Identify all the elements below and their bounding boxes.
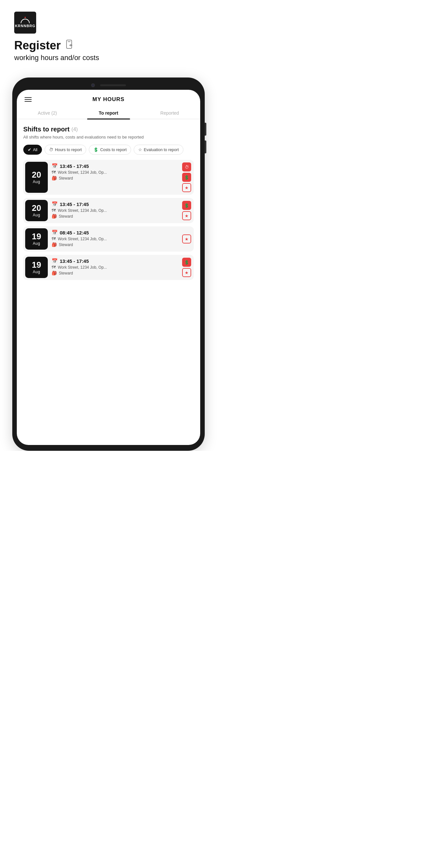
logo-arc (21, 19, 30, 23)
shift-month: Aug (33, 241, 40, 246)
calendar-icon: 📅 (52, 258, 58, 264)
hamburger-menu[interactable] (25, 97, 32, 102)
shift-time: 📅 08:45 - 12:45 (52, 229, 178, 236)
shift-date: 20 Aug (25, 200, 48, 221)
tab-reported[interactable]: Reported (139, 108, 200, 119)
hamburger-line-2 (25, 99, 32, 100)
shift-role-row: 🎒 Steward (52, 214, 178, 219)
star-outline-icon: ☆ (138, 147, 142, 152)
star-badge: ★ (182, 235, 191, 244)
tab-active[interactable]: Active (2) (17, 108, 78, 119)
shift-day: 20 (32, 170, 41, 179)
shift-role-row: 🎒 Steward (52, 271, 178, 275)
shift-badges: 💲 ★ (181, 198, 194, 223)
star-badge: ★ (182, 268, 191, 277)
shift-time: 📅 13:45 - 17:45 (52, 258, 178, 264)
shift-card[interactable]: 20 Aug 📅 13:45 - 17:45 🗺 Work Street, 12… (23, 160, 194, 195)
section-count: (4) (71, 127, 78, 132)
tab-to-report[interactable]: To report (78, 108, 139, 119)
svg-rect-0 (66, 40, 72, 49)
hamburger-line-3 (25, 101, 32, 102)
shift-time: 📅 13:45 - 17:45 (52, 163, 178, 169)
title-row: Register (14, 39, 203, 52)
volume-button-mid (205, 141, 206, 153)
map-icon: 🗺 (52, 265, 56, 270)
calendar-icon: 📅 (52, 163, 58, 169)
section-title: Shifts to report (4) (23, 126, 194, 133)
phone-camera (91, 83, 95, 87)
coin-badge: 💲 (182, 173, 191, 182)
clock-badge: ⏱ (182, 162, 191, 172)
app-title: MY HOURS (92, 96, 124, 103)
clock-icon: ⏱ (49, 147, 53, 152)
shift-location-row: 🗺 Work Street, 1234 Job, Op... (52, 170, 178, 175)
shift-date: 20 Aug (25, 162, 48, 193)
shift-badges: 💲 ★ (181, 255, 194, 280)
shift-badges: ⏱ 💲 ★ (181, 160, 194, 195)
page-subtitle: working hours and/or costs (14, 54, 203, 62)
hamburger-line-1 (25, 97, 32, 98)
shift-day: 19 (32, 232, 41, 241)
shift-month: Aug (33, 213, 40, 217)
page-title: Register (14, 39, 61, 52)
phone-speaker (100, 84, 126, 86)
logo: KRNNBRG (14, 11, 36, 34)
logo-text: KRNNBRG (15, 24, 35, 28)
phone-screen: MY HOURS Active (2) To report Reported S… (17, 90, 200, 445)
coin-icon: 💲 (93, 147, 98, 152)
register-icon (64, 39, 74, 52)
main-content: Shifts to report (4) All shifts where ho… (17, 119, 200, 286)
map-icon: 🗺 (52, 237, 56, 241)
shift-details: 📅 08:45 - 12:45 🗺 Work Street, 1234 Job,… (48, 226, 181, 252)
shift-month: Aug (33, 180, 40, 184)
shift-badges: ★ (181, 226, 194, 252)
map-icon: 🗺 (52, 170, 56, 175)
shift-date: 19 Aug (25, 228, 48, 250)
coin-badge: 💲 (182, 201, 191, 210)
check-icon: ✔ (28, 147, 31, 152)
shift-card[interactable]: 20 Aug 📅 13:45 - 17:45 🗺 Work Street, 12… (23, 198, 194, 223)
section-description: All shifts where hours, costs and evalua… (23, 134, 194, 140)
star-badge: ★ (182, 211, 191, 220)
filter-all[interactable]: ✔ All (23, 145, 42, 155)
filter-evaluation[interactable]: ☆ Evaluation to report (134, 145, 183, 155)
map-icon: 🗺 (52, 208, 56, 213)
filter-row: ✔ All ⏱ Hours to report 💲 Costs to repor… (23, 145, 194, 155)
volume-button-top (205, 123, 206, 135)
shift-role-row: 🎒 Steward (52, 176, 178, 181)
shift-location-row: 🗺 Work Street, 1234 Job, Op... (52, 265, 178, 270)
shift-day: 20 (32, 204, 41, 212)
shift-card[interactable]: 19 Aug 📅 08:45 - 12:45 🗺 Work Street, 12… (23, 226, 194, 252)
star-badge: ★ (182, 183, 191, 192)
briefcase-icon: 🎒 (52, 176, 57, 181)
shift-time: 📅 13:45 - 17:45 (52, 201, 178, 207)
briefcase-icon: 🎒 (52, 271, 57, 275)
briefcase-icon: 🎒 (52, 214, 57, 219)
shift-card[interactable]: 19 Aug 📅 13:45 - 17:45 🗺 Work Street, 12… (23, 255, 194, 280)
shift-role-row: 🎒 Steward (52, 242, 178, 247)
calendar-icon: 📅 (52, 229, 58, 236)
shift-location-row: 🗺 Work Street, 1234 Job, Op... (52, 208, 178, 213)
page-header: KRNNBRG Register working hours and/or co… (0, 0, 217, 78)
shift-details: 📅 13:45 - 17:45 🗺 Work Street, 1234 Job,… (48, 198, 181, 223)
briefcase-icon: 🎒 (52, 242, 57, 247)
filter-hours[interactable]: ⏱ Hours to report (44, 145, 86, 155)
shift-details: 📅 13:45 - 17:45 🗺 Work Street, 1234 Job,… (48, 255, 181, 280)
filter-costs[interactable]: 💲 Costs to report (89, 145, 131, 155)
tabs-row: Active (2) To report Reported (17, 103, 200, 119)
shift-location-row: 🗺 Work Street, 1234 Job, Op... (52, 237, 178, 241)
shift-month: Aug (33, 270, 40, 274)
calendar-icon: 📅 (52, 201, 58, 207)
logo-dot (25, 17, 26, 18)
shift-date: 19 Aug (25, 257, 48, 278)
shift-day: 19 (32, 260, 41, 269)
shift-details: 📅 13:45 - 17:45 🗺 Work Street, 1234 Job,… (48, 160, 181, 195)
coin-badge: 💲 (182, 258, 191, 267)
phone-frame: MY HOURS Active (2) To report Reported S… (12, 78, 205, 451)
phone-top-bar (17, 83, 200, 87)
app-header: MY HOURS (17, 90, 200, 103)
